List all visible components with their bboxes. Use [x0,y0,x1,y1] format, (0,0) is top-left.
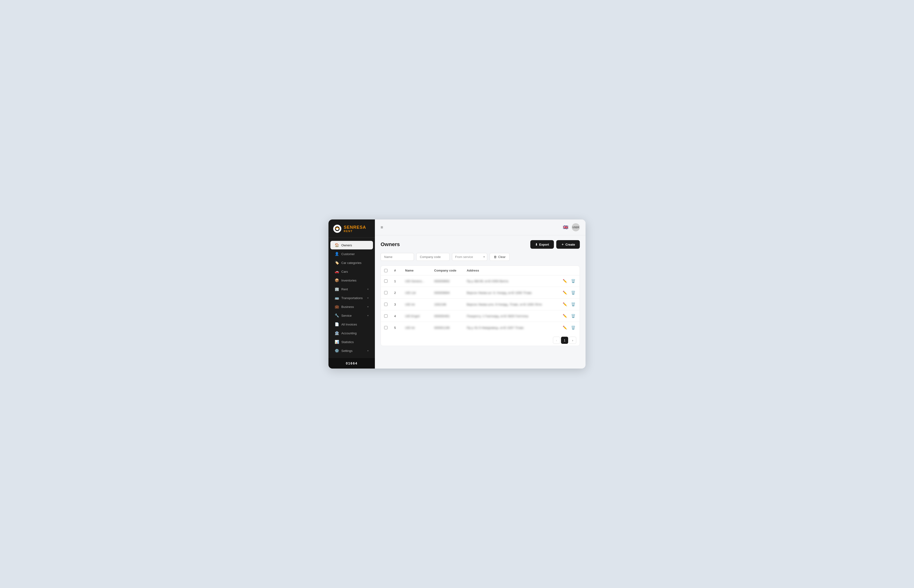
row-address: Версон Умова шта. 9 Ітенідц, Тітавс, м Ю… [463,299,556,310]
sidebar-item-car-categories[interactable]: 🏷️ Car categories [331,258,373,267]
user-avatar[interactable]: USER [572,223,580,231]
sidebar-item-customer[interactable]: 👤 Customer [331,250,373,258]
sidebar-item-statistics[interactable]: 📊 Statistics [331,338,373,346]
edit-button-4[interactable]: ✏️ [562,313,568,319]
service-arrow-icon: ▾ [367,314,369,317]
row-number: 4 [391,310,402,322]
app-container: SENRESA RENT 🏠 Owners 👤 Customer 🏷️ Car … [329,220,585,368]
inventories-nav-label: Inventories [341,279,369,282]
row-actions-cell: ✏️ 🗑️ [556,310,580,322]
row-name: UID Genera... [402,275,431,287]
row-checkbox-5[interactable] [384,326,387,329]
from-service-filter-select[interactable]: From service [452,253,487,261]
row-address: Версон Умова шт. 9, Ітенідц, м Ю 1000 Ті… [463,287,556,299]
export-label: Export [539,243,549,246]
row-number: 1 [391,275,402,287]
row-name: UID Ltd [402,287,431,299]
row-actions-cell: ✏️ 🗑️ [556,287,580,299]
service-nav-icon: 🔧 [335,313,339,318]
delete-button-4[interactable]: 🗑️ [570,313,576,319]
cars-nav-icon: 🚗 [335,270,339,274]
page-1-button[interactable]: 1 [561,337,568,344]
clear-label: Clear [498,255,506,259]
col-company-code: Company code [431,266,463,275]
sidebar-item-cars[interactable]: 🚗 Cars [331,267,373,276]
row-checkbox-1[interactable] [384,279,387,283]
business-nav-icon: 💼 [335,305,339,309]
row-actions-cell: ✏️ 🗑️ [556,275,580,287]
edit-button-3[interactable]: ✏️ [562,302,568,307]
row-actions-cell: ✏️ 🗑️ [556,322,580,334]
prev-page-button[interactable]: ‹ [553,337,560,344]
row-company-code: 1002196 [431,299,463,310]
row-name: UID Int [402,299,431,310]
row-checkbox-cell [381,322,391,334]
col-number: # [391,266,402,275]
edit-button-2[interactable]: ✏️ [562,290,568,296]
page-number: 1 [564,339,565,342]
topbar-left: ≡ [381,225,383,230]
sidebar-item-settings[interactable]: ⚙️ Settings ▾ [331,346,373,355]
table-row: 3 UID Int 1002196 Версон Умова шта. 9 Іт… [381,299,580,310]
row-checkbox-cell [381,287,391,299]
col-actions [556,266,580,275]
next-page-button[interactable]: › [569,337,576,344]
page-title: Owners [381,241,400,247]
create-label: Create [566,243,575,246]
sidebar-item-all-invoices[interactable]: 📄 All Invoices [331,320,373,329]
service-nav-label: Service [341,314,365,317]
row-checkbox-4[interactable] [384,314,387,318]
name-filter-input[interactable] [381,253,414,261]
row-checkbox-cell [381,310,391,322]
edit-button-5[interactable]: ✏️ [562,325,568,331]
row-company-code: 000001196 [431,322,463,334]
accounting-nav-icon: 🏦 [335,331,339,335]
table-row: 4 UID Engrd 000000491 Пнацент.у. 1 Гнато… [381,310,580,322]
export-icon: ⬇ [535,243,538,246]
sidebar-item-inventories[interactable]: 📦 Inventories [331,276,373,284]
all-invoices-nav-label: All Invoices [341,323,369,326]
owners-nav-icon: 🏠 [335,243,339,247]
settings-nav-icon: ⚙️ [335,349,339,353]
language-selector[interactable]: 🇬🇧 [562,224,569,231]
col-checkbox [381,266,391,275]
create-button[interactable]: ＋ Create [556,240,580,249]
create-icon: ＋ [561,242,564,247]
owners-nav-label: Owners [341,244,369,247]
sidebar-item-service[interactable]: 🔧 Service ▾ [331,311,373,320]
inventories-nav-icon: 📦 [335,278,339,283]
col-name: Name [402,266,431,275]
row-address: Пнацент.у. 1 Гнатонідц, м Ю 3820 Гнілтоп… [463,310,556,322]
table-row: 2 UID Ltd 000009894 Версон Умова шт. 9, … [381,287,580,299]
sidebar-item-accounting[interactable]: 🏦 Accounting [331,329,373,338]
trash-icon: 🗑 [494,255,497,259]
delete-button-3[interactable]: 🗑️ [570,302,576,307]
sidebar-item-rent[interactable]: 🏢 Rent ▾ [331,285,373,293]
select-all-checkbox[interactable] [384,269,387,272]
row-number: 2 [391,287,402,299]
row-checkbox-3[interactable] [384,303,387,306]
row-company-code: 000000491 [431,310,463,322]
settings-arrow-icon: ▾ [367,349,369,352]
edit-button-1[interactable]: ✏️ [562,278,568,284]
export-button[interactable]: ⬇ Export [530,240,554,249]
sidebar-footer: 01664 [329,358,375,368]
chevron-left-icon: ‹ [556,339,557,342]
menu-icon[interactable]: ≡ [381,225,383,230]
row-checkbox-2[interactable] [384,291,387,294]
clear-button[interactable]: 🗑 Clear [489,253,510,261]
car-categories-nav-label: Car categories [341,261,369,265]
sidebar-item-owners[interactable]: 🏠 Owners [331,241,373,249]
sidebar-item-business[interactable]: 💼 Business ▾ [331,302,373,311]
logo-sub: RENT [344,230,366,233]
chevron-right-icon: › [572,339,573,342]
delete-button-5[interactable]: 🗑️ [570,325,576,331]
business-nav-label: Business [341,305,365,309]
row-company-code: 000009892 [431,275,463,287]
from-service-filter-wrap: From service ▾ [452,253,487,261]
delete-button-1[interactable]: 🗑️ [570,278,576,284]
company-code-filter-input[interactable] [416,253,450,261]
row-checkbox-cell [381,275,391,287]
sidebar-item-transportations[interactable]: 🚌 Transportations ▾ [331,294,373,302]
delete-button-2[interactable]: 🗑️ [570,290,576,296]
